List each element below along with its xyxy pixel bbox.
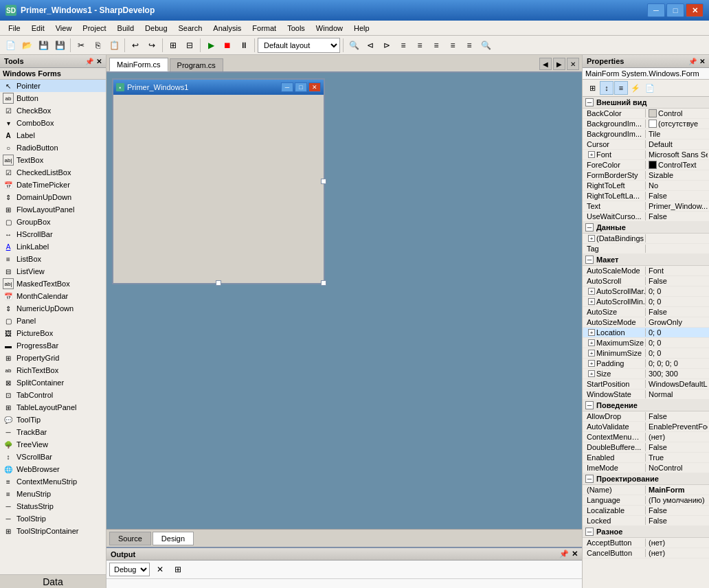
location-expand[interactable]: + (588, 329, 595, 336)
toolbox-item-numericupdown[interactable]: ⇕ NumericUpDown (0, 302, 106, 315)
toggle-btn2[interactable]: ⊟ (182, 38, 197, 53)
search-btn[interactable]: 🔍 (346, 38, 361, 53)
toolbox-item-checkbox[interactable]: ☑ CheckBox (0, 104, 106, 117)
category-design[interactable]: ─ Проектирование (583, 473, 709, 485)
menu-analysis[interactable]: Analysis (207, 23, 247, 34)
toolbox-item-progressbar[interactable]: ▬ ProgressBar (0, 339, 106, 352)
pause-button[interactable]: ⏸ (236, 38, 251, 53)
redo-button[interactable]: ↪ (144, 38, 159, 53)
menu-project[interactable]: Project (77, 23, 111, 34)
nav-btn5[interactable]: ≡ (429, 38, 444, 53)
font-expand[interactable]: + (588, 151, 595, 158)
maximize-button[interactable]: □ (666, 3, 684, 17)
toolbox-item-statusstrip[interactable]: ─ StatusStrip (0, 500, 106, 512)
toolbox-item-groupbox[interactable]: ▢ GroupBox (0, 216, 106, 228)
nav-btn6[interactable]: ≡ (445, 38, 460, 53)
toolbox-item-panel[interactable]: ▢ Panel (0, 315, 106, 327)
menu-build[interactable]: Build (112, 23, 139, 34)
toolbox-item-pointer[interactable]: ↖ Pointer (0, 80, 106, 92)
tab-source[interactable]: Source (109, 532, 151, 545)
toolbox-item-combobox[interactable]: ▾ ComboBox (0, 117, 106, 129)
category-behavior[interactable]: ─ Поведение (583, 400, 709, 411)
close-button[interactable]: ✕ (686, 3, 704, 17)
category-appearance-expand[interactable]: ─ (585, 98, 594, 106)
toolbox-close[interactable]: ✕ (96, 58, 102, 65)
toolbox-item-splitcontainer[interactable]: ⊠ SplitContainer (0, 376, 106, 389)
category-data[interactable]: ─ Данные (583, 222, 709, 234)
props-events-btn[interactable]: ⚡ (629, 81, 642, 95)
category-design-expand[interactable]: ─ (585, 475, 594, 483)
toggle-btn1[interactable]: ⊞ (166, 38, 181, 53)
open-button[interactable]: 📂 (19, 38, 34, 53)
form-close-btn[interactable]: ✕ (308, 82, 321, 92)
category-data-expand[interactable]: ─ (585, 223, 594, 231)
toolbox-item-treeview[interactable]: 🌳 TreeView (0, 438, 106, 451)
toolbox-item-menustrip[interactable]: ≡ MenuStrip (0, 488, 106, 500)
save-all-button[interactable]: 💾 (52, 38, 67, 53)
toolbox-item-tablelayoutpanel[interactable]: ⊞ TableLayoutPanel (0, 401, 106, 414)
category-misc[interactable]: ─ Разное (583, 526, 709, 538)
form-minimize-btn[interactable]: ─ (281, 82, 293, 92)
toolbox-item-picturebox[interactable]: 🖼 PictureBox (0, 327, 106, 339)
run-button[interactable]: ▶ (203, 38, 218, 53)
stop-button[interactable]: ⏹ (220, 38, 235, 53)
tab-scroll-left[interactable]: ◀ (539, 58, 552, 70)
menu-view[interactable]: View (50, 23, 78, 34)
output-clear-btn[interactable]: ✕ (153, 562, 168, 577)
output-pin[interactable]: 📌 (559, 550, 569, 558)
padding-expand[interactable]: + (588, 360, 595, 367)
resize-handle-corner[interactable] (321, 280, 326, 286)
props-pin[interactable]: 📌 (688, 58, 697, 65)
toolbox-item-flowlayoutpanel[interactable]: ⊞ FlowLayoutPanel (0, 203, 106, 216)
tab-close[interactable]: ✕ (567, 58, 579, 70)
toolbox-item-monthcalendar[interactable]: 📅 MonthCalendar (0, 290, 106, 302)
autoscrollminsize-expand[interactable]: + (588, 298, 595, 305)
layout-dropdown[interactable]: Default layout (258, 38, 340, 53)
form-maximize-btn[interactable]: □ (295, 82, 307, 92)
nav-btn7[interactable]: ≡ (462, 38, 477, 53)
toolbox-item-radiobutton[interactable]: ○ RadioButton (0, 142, 106, 154)
props-props-btn[interactable]: ≡ (614, 81, 628, 95)
menu-file[interactable]: File (3, 23, 26, 34)
minimumsize-expand[interactable]: + (588, 350, 595, 357)
toolbox-item-trackbar[interactable]: ─ TrackBar (0, 426, 106, 438)
nav-btn4[interactable]: ≡ (412, 38, 427, 53)
menu-format[interactable]: Format (247, 23, 282, 34)
props-proppage-btn[interactable]: 📄 (643, 81, 657, 95)
maximumsize-expand[interactable]: + (588, 339, 595, 346)
minimize-button[interactable]: ─ (647, 3, 665, 17)
toolbox-item-listview[interactable]: ⊟ ListView (0, 265, 106, 278)
undo-button[interactable]: ↩ (128, 38, 143, 53)
menu-debug[interactable]: Debug (139, 23, 172, 34)
autoscrollmargin-expand[interactable]: + (588, 288, 595, 295)
save-button[interactable]: 💾 (36, 38, 51, 53)
toolbox-data-section[interactable]: Data (0, 574, 106, 588)
toolbox-item-linklabel[interactable]: A LinkLabel (0, 240, 106, 253)
new-button[interactable]: 📄 (3, 38, 18, 53)
resize-handle-bottom[interactable] (216, 280, 221, 286)
output-debug-select[interactable]: Debug (109, 563, 150, 576)
toolbox-item-propertygrid[interactable]: ⊞ PropertyGrid (0, 352, 106, 364)
output-wrap-btn[interactable]: ⊞ (170, 562, 185, 577)
toolbox-item-tabcontrol[interactable]: ⊡ TabControl (0, 389, 106, 401)
category-behavior-expand[interactable]: ─ (585, 401, 594, 409)
toolbox-item-tooltip[interactable]: 💬 ToolTip (0, 414, 106, 426)
nav-btn2[interactable]: ⊳ (379, 38, 394, 53)
resize-handle-right[interactable] (321, 179, 326, 184)
toolbox-item-checkedlistbox[interactable]: ☑ CheckedListBox (0, 166, 106, 179)
menu-search[interactable]: Search (173, 23, 208, 34)
size-expand[interactable]: + (588, 370, 595, 377)
props-close[interactable]: ✕ (699, 58, 705, 65)
toolbox-item-toolstrip[interactable]: ─ ToolStrip (0, 512, 106, 525)
output-close[interactable]: ✕ (572, 550, 578, 558)
menu-tools[interactable]: Tools (282, 23, 311, 34)
menu-help[interactable]: Help (348, 23, 375, 34)
props-categorized-btn[interactable]: ⊞ (585, 81, 599, 95)
toolbox-item-listbox[interactable]: ≡ ListBox (0, 253, 106, 265)
toolbox-item-datetimepicker[interactable]: 📅 DateTimePicker (0, 179, 106, 191)
menu-window[interactable]: Window (311, 23, 348, 34)
tab-program[interactable]: Program.cs (170, 58, 223, 71)
toolbox-item-label[interactable]: A Label (0, 129, 106, 142)
toolbox-item-webbrowser[interactable]: 🌐 WebBrowser (0, 463, 106, 475)
toolbox-item-richtextbox[interactable]: ab RichTextBox (0, 364, 106, 376)
